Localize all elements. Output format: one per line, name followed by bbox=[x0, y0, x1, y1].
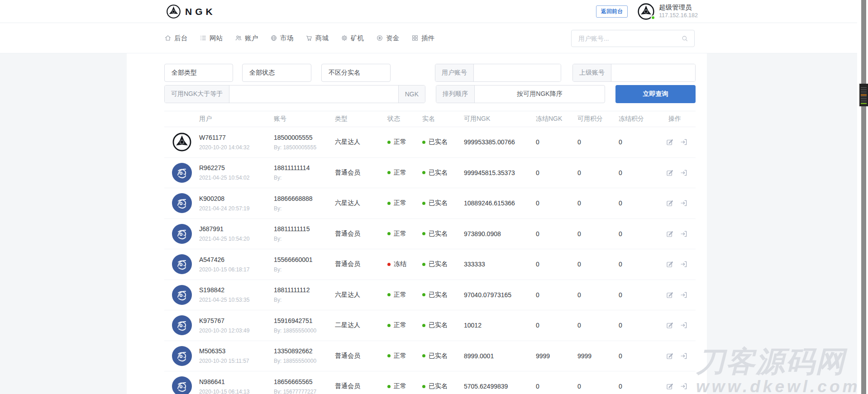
realname-select[interactable]: 不区分实名 bbox=[321, 64, 391, 82]
edit-icon[interactable] bbox=[666, 291, 674, 299]
frozen-points: 0 bbox=[619, 169, 666, 176]
login-as-icon[interactable] bbox=[680, 230, 688, 238]
edit-icon[interactable] bbox=[666, 260, 674, 268]
frozen-points: 0 bbox=[619, 383, 666, 390]
table-row: M506353 2020-10-20 15:11:57 13350892662 … bbox=[164, 341, 696, 372]
blue-emblem-avatar-icon bbox=[172, 315, 192, 335]
topbar: NGK 返回前台 超级管理员 117.152.16.182 bbox=[0, 0, 868, 23]
edit-icon[interactable] bbox=[666, 352, 674, 360]
nav-item-website[interactable]: 网站 bbox=[200, 34, 223, 43]
nav-item-market[interactable]: 市场 bbox=[270, 34, 293, 43]
search-icon[interactable] bbox=[681, 35, 688, 42]
login-as-icon[interactable] bbox=[680, 291, 688, 299]
nav-item-account[interactable]: 账户 bbox=[235, 34, 258, 43]
available-ngk: 999945815.35373 bbox=[464, 169, 536, 176]
available-points: 0 bbox=[577, 291, 619, 299]
login-as-icon[interactable] bbox=[680, 169, 688, 177]
edit-icon[interactable] bbox=[666, 321, 674, 329]
edit-icon[interactable] bbox=[666, 230, 674, 238]
available-points: 0 bbox=[577, 261, 619, 268]
login-as-icon[interactable] bbox=[680, 260, 688, 268]
invited-by: By: bbox=[274, 175, 335, 181]
nav-item-funds[interactable]: 资金 bbox=[376, 34, 399, 43]
cart-icon bbox=[305, 34, 313, 42]
frozen-points: 0 bbox=[619, 261, 666, 268]
register-time: 2020-10-20 14:04:32 bbox=[199, 144, 274, 151]
available-points: 0 bbox=[577, 322, 619, 329]
parent-account-group: 上级账号 bbox=[572, 64, 696, 82]
parent-account-input[interactable] bbox=[611, 64, 695, 81]
nav-item-miner[interactable]: 矿机 bbox=[341, 34, 364, 43]
users-icon bbox=[235, 34, 242, 42]
realname-text: 已实名 bbox=[429, 169, 448, 177]
available-points: 0 bbox=[577, 383, 619, 390]
table-row: K900208 2021-04-24 20:57:19 18866668888 … bbox=[164, 188, 696, 219]
login-as-icon[interactable] bbox=[680, 321, 688, 329]
member-type: 普通会员 bbox=[335, 382, 387, 390]
available-ngk: 333333 bbox=[464, 261, 536, 268]
back-to-front-button[interactable]: 返回前台 bbox=[596, 5, 628, 18]
column-header: 实名 bbox=[422, 115, 464, 123]
navbar: 后台 网站 账户 市场 商城 矿机 资金 插件 bbox=[0, 23, 868, 53]
list-icon bbox=[200, 34, 207, 42]
frozen-points: 0 bbox=[619, 352, 666, 360]
users-table: 用户账号类型状态实名可用NGK冻结NGK可用积分冻结积分操作 W761177 2… bbox=[164, 111, 696, 394]
realname-dot bbox=[422, 141, 425, 144]
user-account-input[interactable] bbox=[474, 64, 561, 81]
nav-item-backstage[interactable]: 后台 bbox=[164, 34, 187, 43]
scrollbar bbox=[857, 0, 868, 394]
realname-text: 已实名 bbox=[429, 260, 448, 268]
blue-emblem-avatar-icon bbox=[172, 346, 192, 366]
grid-icon bbox=[411, 34, 419, 42]
query-button[interactable]: 立即查询 bbox=[615, 85, 696, 103]
scrollbar-marker-green bbox=[861, 103, 867, 104]
ngk-unit-suffix: NGK bbox=[398, 85, 425, 103]
status-dot bbox=[387, 171, 391, 174]
available-points: 9999 bbox=[577, 352, 619, 360]
invited-by: By: bbox=[274, 205, 335, 212]
scrollbar-track[interactable] bbox=[861, 0, 866, 394]
register-time: 2020-10-15 06:14:13 bbox=[199, 389, 274, 394]
frozen-ngk: 9999 bbox=[536, 352, 577, 360]
edit-icon[interactable] bbox=[666, 169, 674, 177]
nav-item-mall[interactable]: 商城 bbox=[305, 34, 329, 43]
column-header: 用户 bbox=[199, 115, 274, 123]
status-text: 正常 bbox=[394, 230, 406, 238]
search-input[interactable] bbox=[572, 35, 681, 42]
ngk-gte-input[interactable] bbox=[229, 85, 398, 103]
account-number: 13350892662 bbox=[274, 347, 335, 355]
edit-icon[interactable] bbox=[666, 382, 674, 390]
order-select[interactable]: 按可用NGK降序 bbox=[475, 85, 605, 103]
login-as-icon[interactable] bbox=[680, 199, 688, 207]
realname-text: 已实名 bbox=[429, 382, 448, 390]
edit-icon[interactable] bbox=[666, 138, 674, 146]
user-id: K975767 bbox=[199, 317, 274, 324]
invited-by: By: 18500005555 bbox=[274, 144, 335, 151]
realname-dot bbox=[422, 293, 425, 296]
realname-text: 已实名 bbox=[429, 230, 448, 238]
invited-by: By: 15677777227 bbox=[274, 389, 335, 394]
available-ngk: 97040.07973165 bbox=[464, 291, 536, 299]
status-dot bbox=[387, 141, 391, 144]
nav-search-box[interactable] bbox=[571, 30, 695, 47]
nav-item-plugins[interactable]: 插件 bbox=[411, 34, 434, 43]
login-as-icon[interactable] bbox=[680, 352, 688, 360]
scrollbar-thumb[interactable] bbox=[859, 84, 868, 106]
status-select[interactable]: 全部状态 bbox=[242, 64, 311, 82]
scrollbar-marker-orange bbox=[861, 95, 867, 95]
ngk-logo-icon bbox=[166, 4, 181, 19]
login-as-icon[interactable] bbox=[680, 138, 688, 146]
table-row: N986641 2020-10-15 06:14:13 18656665565 … bbox=[164, 371, 696, 394]
register-time: 2020-10-20 15:11:57 bbox=[199, 358, 274, 364]
admin-info[interactable]: 超级管理员 117.152.16.182 bbox=[637, 3, 698, 20]
register-time: 2021-04-25 10:54:20 bbox=[199, 236, 274, 242]
table-row: A547426 2020-10-15 06:18:17 15566660001 … bbox=[164, 249, 696, 280]
status-dot bbox=[387, 232, 391, 235]
available-points: 0 bbox=[577, 169, 619, 176]
type-select[interactable]: 全部类型 bbox=[164, 64, 233, 82]
admin-ip: 117.152.16.182 bbox=[659, 12, 698, 19]
brand: NGK bbox=[166, 4, 216, 19]
realname-text: 已实名 bbox=[429, 291, 448, 299]
edit-icon[interactable] bbox=[666, 199, 674, 207]
login-as-icon[interactable] bbox=[680, 382, 688, 390]
